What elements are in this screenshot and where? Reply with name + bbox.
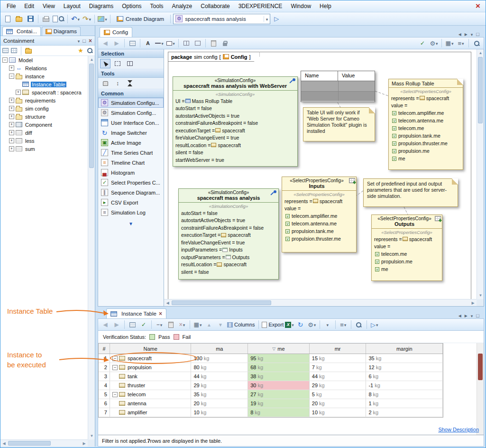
table-row[interactable]: 6antenna20kg19kg20kg1kg <box>99 399 443 408</box>
grid-options-button[interactable] <box>444 38 455 48</box>
forward-button[interactable] <box>111 319 122 330</box>
expander-icon[interactable]: + <box>9 138 14 143</box>
menu-item[interactable]: Analyze <box>168 0 197 12</box>
table-settings-button[interactable] <box>193 319 203 330</box>
expander-icon[interactable]: − <box>112 365 118 370</box>
diagram-canvas[interactable]: package sim config [ Config ] «Simulatio… <box>164 49 484 307</box>
marquee-tool-button[interactable] <box>112 59 123 68</box>
search-button[interactable] <box>354 319 364 330</box>
palette-item[interactable]: Select Properties C... <box>98 177 164 187</box>
tree-item[interactable]: +Relations <box>0 64 88 72</box>
palette-item[interactable]: User Interface Con... <box>98 118 164 128</box>
table-row[interactable]: 4thruster29kg30kg29kg-1kg <box>99 381 443 390</box>
column-header-name[interactable]: Name <box>110 344 192 354</box>
name-cell[interactable]: thruster <box>110 381 192 390</box>
lock-button[interactable] <box>220 38 230 48</box>
new-project-button[interactable] <box>2 14 13 24</box>
table-row[interactable]: 3tank44kg38kg44kg6kg <box>99 372 443 381</box>
diagram-options-button[interactable] <box>429 38 439 48</box>
sticky-tool-button[interactable] <box>100 79 110 88</box>
print-button[interactable] <box>41 14 51 24</box>
menu-item[interactable]: Help <box>315 0 336 12</box>
print-preview-button[interactable] <box>52 14 65 24</box>
horizontal-scrollbar[interactable]: ◀ ▶ <box>0 439 88 447</box>
palette-item[interactable]: Simulation Config... <box>98 108 164 118</box>
mass-rollup-table[interactable]: Mass Rollup Table «SelectPropertiesConfi… <box>388 79 463 170</box>
scroll-right-icon[interactable]: ▶ <box>469 299 477 307</box>
maximize-panel-icon[interactable] <box>476 313 479 318</box>
name-cell[interactable]: amplifier <box>110 408 192 417</box>
table-row[interactable]: 1−spacecraft130kg95kg15kg35kg <box>99 354 443 363</box>
tab-containment[interactable]: Contai... <box>2 27 41 36</box>
scroll-left-icon[interactable]: ◀ <box>0 440 8 447</box>
name-cell[interactable]: −propulsion <box>110 363 192 372</box>
distribute-tool-button[interactable] <box>112 79 123 88</box>
tab-list-icon[interactable] <box>471 313 473 318</box>
view-options-button[interactable] <box>338 319 348 330</box>
export-button[interactable]: Export <box>261 319 294 330</box>
expand-all-icon[interactable] <box>11 48 17 53</box>
run-button[interactable] <box>271 14 282 24</box>
note-parameters[interactable]: Set of predefined input and output param… <box>363 178 458 207</box>
panel-menu-icon[interactable] <box>78 38 80 44</box>
tab-diagrams[interactable]: Diagrams <box>42 27 81 36</box>
cursor-tool-button[interactable] <box>100 59 110 68</box>
tree-item[interactable]: +structure <box>0 112 88 121</box>
note-webserver[interactable]: Table UI will only work if "Web Server f… <box>303 107 375 141</box>
zoom-button[interactable] <box>471 38 482 48</box>
more-button[interactable] <box>322 319 333 330</box>
search-icon[interactable] <box>87 47 93 54</box>
tree-item[interactable]: +spacecraft : spacecra <box>0 88 88 96</box>
redo-button[interactable] <box>82 14 92 24</box>
name-cell[interactable]: antenna <box>110 399 192 408</box>
wait-tool-button[interactable] <box>125 79 135 88</box>
image-tools-button[interactable] <box>97 14 108 24</box>
palette-item[interactable]: Image Switcher <box>98 128 164 138</box>
forward-button[interactable] <box>111 38 122 48</box>
horizontal-scrollbar[interactable]: ◀ ▶ <box>164 299 477 306</box>
menu-item[interactable]: Edit <box>20 0 38 12</box>
tab-instance-table[interactable]: Instance Table <box>106 308 166 318</box>
table-row[interactable]: 5−telecom35kg27kg5kg8kg <box>99 390 443 399</box>
scroll-right-icon[interactable]: ▶ <box>81 440 88 447</box>
close-tab-icon[interactable] <box>159 311 162 317</box>
validation-button[interactable] <box>138 319 149 330</box>
scroll-down-icon[interactable]: ▼ <box>477 292 484 299</box>
scrollbar-thumb[interactable] <box>478 354 483 380</box>
table-vertical-scrollbar[interactable] <box>477 343 484 437</box>
expander-icon[interactable]: + <box>9 114 14 119</box>
column-header-me[interactable]: ▽me <box>248 344 310 354</box>
tree-item[interactable]: +Component <box>0 121 88 129</box>
menu-item[interactable]: File <box>2 0 20 12</box>
tab-list-icon[interactable] <box>471 31 473 37</box>
collapse-all-icon[interactable] <box>2 48 9 53</box>
close-icon[interactable] <box>473 1 483 10</box>
palette-item[interactable]: Time Series Chart <box>98 148 164 158</box>
validate-button[interactable] <box>417 38 428 48</box>
simulation-config-mass-analysis[interactable]: «SimulationConfig»spacecraft mass analys… <box>178 188 279 280</box>
refresh-button[interactable] <box>295 319 306 330</box>
expander-icon[interactable]: + <box>9 98 14 103</box>
expander-icon[interactable]: − <box>112 356 118 361</box>
menu-item[interactable]: Tools <box>146 0 168 12</box>
vertical-swimlane-button[interactable] <box>181 38 192 48</box>
columns-button[interactable]: Columns <box>227 319 256 330</box>
vertical-scrollbar[interactable]: ▲ ▼ <box>88 56 95 439</box>
palette-item[interactable]: Simulation Configu... <box>98 98 164 108</box>
back-button[interactable] <box>100 319 110 330</box>
run-configuration-select[interactable]: spacecraft mass analysis <box>173 14 270 24</box>
close-panel-icon[interactable] <box>89 38 92 44</box>
table-row[interactable]: 2−propulsion80kg68kg7kg12kg <box>99 363 443 372</box>
palette-item[interactable]: Sequence Diagram... <box>98 187 164 197</box>
move-up-button[interactable] <box>204 319 214 330</box>
text-tool-button[interactable] <box>143 38 153 48</box>
menu-item[interactable]: View <box>38 0 59 12</box>
next-tab-icon[interactable] <box>465 313 468 318</box>
next-tab-icon[interactable] <box>465 31 468 37</box>
favorites-icon[interactable] <box>78 47 83 54</box>
inputs-config[interactable]: «SelectPropertiesConfig»Inputs «SelectPr… <box>282 177 357 252</box>
expander-icon[interactable]: + <box>9 106 14 111</box>
show-containment-button[interactable] <box>127 319 138 330</box>
expander-icon[interactable]: − <box>2 57 8 63</box>
scroll-up-icon[interactable]: ▲ <box>88 56 95 63</box>
